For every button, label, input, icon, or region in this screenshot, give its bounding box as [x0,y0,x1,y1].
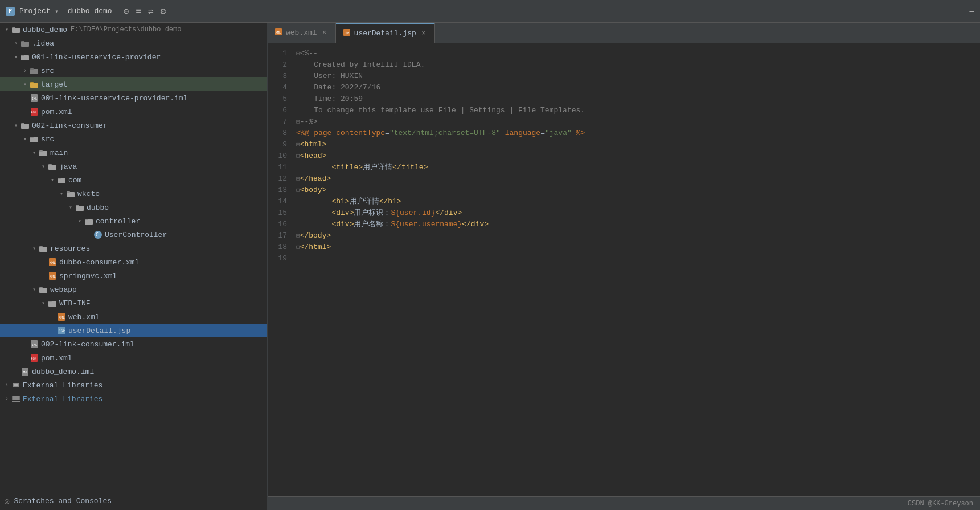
tree-arrow-external-libraries[interactable] [2,381,11,390]
globe-icon[interactable]: ⊕ [124,6,129,17]
fold-icon[interactable]: ⊟ [296,173,300,185]
svg-text:JSP: JSP [59,329,65,333]
code-line-1: ⊟<%-- [296,48,980,59]
tree-item-001.iml[interactable]: IML001-link-userservice-provider.iml [0,91,267,105]
tree-arrow-002-link-consumer[interactable] [11,121,20,130]
xml-tab-icon: XML [274,28,282,38]
tree-arrow-com[interactable] [48,176,57,185]
fold-icon[interactable]: ⊟ [296,185,300,196]
tree-arrow-src-1[interactable] [20,66,30,75]
tree-item-dubbo[interactable]: dubbo [0,201,267,214]
folder-icon [30,66,39,75]
tree-arrow-controller[interactable] [75,217,84,226]
tree-item-com[interactable]: com [0,173,267,187]
sync-icon[interactable]: ⇌ [148,6,154,17]
tree-item-target[interactable]: target [0,77,267,91]
pom-file-icon: POM [30,107,39,116]
tree-item-external-libraries[interactable]: External Libraries [0,392,267,406]
tree-arrow-webapp[interactable] [30,285,39,294]
code-tag: </html> [300,243,331,251]
tree-item-002-link-consumer[interactable]: 002-link-consumer [0,119,267,132]
tree-arrow-external[interactable] [2,394,11,403]
tree-arrow-idea[interactable] [11,39,20,48]
title-dropdown[interactable]: ▾ [55,8,59,15]
tree-item-001-link-userservice-provider[interactable]: 001-link-userservice-provider [0,50,267,64]
tree-label-controller: controller [96,217,140,226]
code-tag: <title> [331,163,363,172]
scratches-consoles[interactable]: ◎ Scratches and Consoles [0,492,267,510]
svg-rect-2 [21,42,29,47]
tree-arrow-WEB-INF[interactable] [39,299,48,308]
tree-label-java: java [59,162,77,171]
tree-label-idea: .idea [32,39,54,48]
code-content[interactable]: ⊟<%-- Created by IntelliJ IDEA. User: HU… [292,43,980,496]
tree-item-pom1[interactable]: POMpom.xml [0,105,267,119]
tree-item-external-libraries[interactable]: External Libraries [0,378,267,392]
tree-arrow-java[interactable] [39,162,48,171]
tree-arrow-target[interactable] [20,80,30,89]
fold-icon[interactable]: ⊟ [296,139,300,150]
tree-item-dubbo_demo.iml[interactable]: IMLdubbo_demo.iml [0,365,267,378]
tree-item-resources[interactable]: resources [0,242,267,255]
tree-item-src-1[interactable]: src [0,64,267,77]
tree-arrow-dubbo_demo[interactable] [2,25,11,34]
tree-arrow-main[interactable] [30,148,39,157]
tab-close-web.xml[interactable]: × [321,29,329,37]
tree-item-wkcto[interactable]: wkcto [0,187,267,201]
tree-label-target: target [41,80,68,89]
tree-arrow-resources[interactable] [30,244,39,253]
code-line-10: ⊟<head> [296,150,980,162]
code-string: "java" [545,129,572,137]
tab-close-userDetail.jsp[interactable]: × [420,30,428,38]
tree-label-resources: resources [50,244,90,253]
svg-rect-17 [30,137,34,138]
tree-arrow-wkcto[interactable] [57,189,66,198]
tree-arrow-001-link-userservice-provider[interactable] [11,52,20,62]
tree-label-002.iml: 002-link-consumer.iml [41,340,134,349]
minimize-icon[interactable]: — [970,7,974,16]
tree-item-pom2[interactable]: POMpom.xml [0,351,267,365]
tree-arrow-src-2[interactable] [20,134,30,144]
iml-file-icon: IML [30,340,39,349]
tree-label-wkcto: wkcto [77,190,100,198]
fold-icon[interactable]: ⊟ [296,150,300,162]
code-text: 用户标识： [354,209,391,217]
settings-icon[interactable]: ⚙ [161,6,166,17]
tree-item-userDetail.jsp[interactable]: JSPuserDetail.jsp [0,324,267,337]
list-icon[interactable]: ≡ [136,6,141,17]
folder-open-icon [39,285,48,294]
line-number-4: 4 [268,82,292,93]
line-number-18: 18 [268,242,292,253]
tree-item-main[interactable]: main [0,146,267,160]
tree-item-WEB-INF[interactable]: WEB-INF [0,296,267,310]
tree-item-idea[interactable]: .idea [0,36,267,50]
tree-item-dubbo-consumer.xml[interactable]: XMLdubbo-consumer.xml [0,255,267,269]
code-line-3: User: HUXIN [296,71,980,82]
tree-item-java[interactable]: java [0,160,267,173]
tree-arrow-dubbo[interactable] [66,203,75,212]
code-tag: <div> [331,220,354,229]
tree-item-src-2[interactable]: src [0,132,267,146]
editor[interactable]: 12345678910111213141516171819 ⊟<%-- Crea… [268,43,980,496]
code-tag: <h1> [331,197,349,206]
svg-rect-41 [48,301,52,302]
tree-item-UserController[interactable]: CUserController [0,228,267,242]
tree-label-dubbo_demo.iml: dubbo_demo.iml [32,368,94,376]
tree-item-webapp[interactable]: webapp [0,283,267,296]
code-text [501,129,505,137]
tab-web.xml[interactable]: XMLweb.xml× [268,23,336,43]
fold-icon[interactable]: ⊟ [296,242,300,253]
tree-item-002.iml[interactable]: IML002-link-consumer.iml [0,337,267,351]
tree-item-controller[interactable]: controller [0,214,267,228]
tree-item-web.xml[interactable]: XMLweb.xml [0,310,267,324]
project-icon: P [6,7,15,16]
tab-userDetail.jsp[interactable]: JSPuserDetail.jsp× [336,23,435,43]
tree-item-dubbo_demo[interactable]: dubbo_demoE:\IDEA\Projects\dubbo_demo [0,23,267,36]
line-number-16: 16 [268,219,292,230]
fold-icon[interactable]: ⊟ [296,230,300,242]
fold-icon[interactable]: ⊟ [296,48,300,59]
scratches-label: Scratches and Consoles [14,497,112,505]
fold-icon[interactable]: ⊟ [296,116,300,128]
tree-item-springmvc.xml[interactable]: XMLspringmvc.xml [0,269,267,283]
tree-label-pom2: pom.xml [41,354,72,362]
